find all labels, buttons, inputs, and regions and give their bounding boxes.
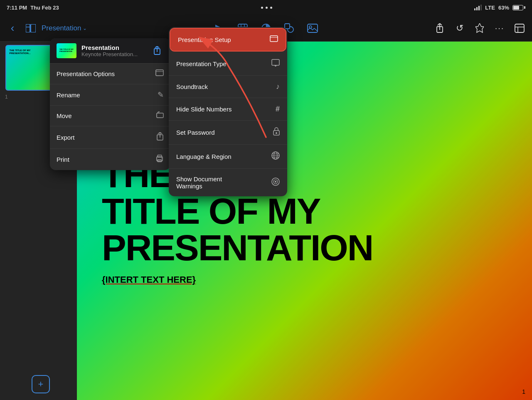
dropdown-header: THE TITLE OF MYPRESENTATION Presentation… [50, 38, 170, 63]
svg-rect-22 [157, 113, 163, 118]
left-dropdown-menu: THE TITLE OF MYPRESENTATION Presentation… [50, 38, 170, 170]
language-region-icon [271, 151, 280, 162]
menu-item-export[interactable]: Export [50, 126, 170, 148]
svg-point-33 [276, 132, 277, 134]
presentation-setup-icon [270, 35, 278, 44]
doc-name: Presentation [81, 44, 145, 51]
doc-thumbnail: THE TITLE OF MYPRESENTATION [57, 43, 76, 58]
svg-rect-20 [156, 70, 163, 76]
presentation-type-icon [271, 59, 280, 69]
submenu-item-label: Language & Region [176, 153, 232, 160]
submenu-item-show-document-warnings[interactable]: Show DocumentWarnings [169, 169, 287, 196]
header-share-button[interactable] [150, 44, 164, 57]
move-icon [156, 111, 164, 120]
submenu-item-soundtrack[interactable]: Soundtrack ♪ [169, 76, 287, 98]
menu-item-move[interactable]: Move [50, 105, 170, 126]
doc-type: Keynote Presentation... [81, 51, 145, 57]
doc-thumbnail-text: THE TITLE OF MYPRESENTATION [59, 48, 74, 54]
menu-item-label: Move [57, 112, 72, 119]
menu-item-label: Rename [57, 91, 80, 99]
submenu-item-set-password[interactable]: Set Password [169, 121, 287, 145]
right-submenu: Presentation Setup Presentation Type Sou… [169, 27, 287, 196]
submenu-item-label: Hide Slide Numbers [176, 106, 232, 113]
submenu-item-label: Presentation Setup [178, 36, 231, 43]
svg-rect-29 [270, 36, 278, 42]
print-icon [155, 155, 164, 164]
menu-item-presentation-options[interactable]: Presentation Options [50, 63, 170, 84]
set-password-icon [273, 127, 280, 138]
submenu-item-presentation-setup[interactable]: Presentation Setup [170, 29, 286, 51]
submenu-item-language-region[interactable]: Language & Region [169, 145, 287, 169]
submenu-item-label: Presentation Type [176, 60, 227, 67]
submenu-item-label: Show DocumentWarnings [176, 175, 222, 190]
menu-item-print[interactable]: Print [50, 148, 170, 170]
svg-point-41 [275, 181, 276, 183]
doc-info: Presentation Keynote Presentation... [81, 44, 145, 57]
submenu-item-hide-slide-numbers[interactable]: Hide Slide Numbers # [169, 98, 287, 121]
menu-item-rename[interactable]: Rename ✎ [50, 84, 170, 105]
export-icon [156, 132, 164, 143]
hide-slide-numbers-icon: # [276, 105, 280, 114]
show-document-warnings-icon [271, 178, 280, 188]
submenu-item-label: Soundtrack [176, 83, 208, 90]
submenu-item-label: Set Password [176, 129, 215, 136]
rename-icon: ✎ [158, 90, 164, 99]
menu-item-label: Print [57, 156, 69, 163]
presentation-options-icon [155, 69, 164, 78]
soundtrack-icon: ♪ [276, 82, 280, 91]
menu-item-label: Export [57, 134, 74, 141]
svg-rect-31 [272, 59, 279, 65]
svg-point-28 [161, 158, 162, 158]
submenu-item-presentation-type[interactable]: Presentation Type [169, 52, 287, 76]
menu-item-label: Presentation Options [57, 70, 115, 77]
